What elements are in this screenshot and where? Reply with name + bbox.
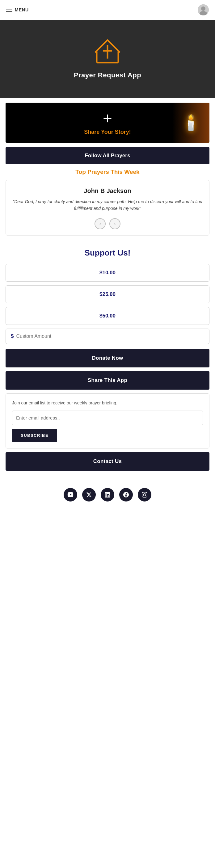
support-title: Support Us! xyxy=(5,248,210,258)
subscribe-button[interactable]: SUBSCRIBE xyxy=(12,429,57,442)
support-section: Support Us! $10.00 $25.00 $50.00 $ Donat… xyxy=(0,242,215,480)
subscribe-description: Join our email list to receive our weekl… xyxy=(12,400,203,406)
amount-25-button[interactable]: $25.00 xyxy=(5,285,210,303)
prayer-card: John B Jackson "Dear God, I pray for cla… xyxy=(5,180,210,236)
prayer-card-name: John B Jackson xyxy=(12,187,203,194)
menu-label: MENU xyxy=(15,7,29,12)
candle-decoration: 🕯️ xyxy=(172,103,210,143)
x-twitter-icon[interactable] xyxy=(82,488,96,501)
linkedin-icon[interactable] xyxy=(101,488,114,501)
youtube-icon[interactable] xyxy=(64,488,77,501)
donate-now-button[interactable]: Donate Now xyxy=(5,349,210,367)
custom-amount-row: $ xyxy=(5,329,210,344)
social-icons-row xyxy=(0,480,215,511)
top-prayers-title: Top Prayers This Week xyxy=(0,168,215,176)
avatar[interactable] xyxy=(198,4,209,16)
prayer-navigation: ‹ › xyxy=(12,218,203,229)
plus-icon: + xyxy=(103,110,112,126)
dollar-sign-icon: $ xyxy=(11,333,14,339)
facebook-icon[interactable] xyxy=(119,488,133,501)
follow-all-prayers-button[interactable]: Follow All Prayers xyxy=(5,147,210,164)
custom-amount-input[interactable] xyxy=(16,334,204,339)
header: MENU xyxy=(0,0,215,20)
subscribe-box: Join our email list to receive our weekl… xyxy=(5,393,210,448)
menu-button[interactable]: MENU xyxy=(6,7,29,12)
prayer-prev-button[interactable]: ‹ xyxy=(95,218,106,229)
amount-10-button[interactable]: $10.00 xyxy=(5,264,210,282)
church-logo-icon xyxy=(92,35,123,66)
share-this-app-button[interactable]: Share This App xyxy=(5,371,210,390)
prayer-next-button[interactable]: › xyxy=(109,218,120,229)
instagram-icon[interactable] xyxy=(138,488,151,501)
email-input[interactable] xyxy=(12,410,203,425)
contact-us-button[interactable]: Contact Us xyxy=(5,452,210,471)
share-banner-content: + Share Your Story! xyxy=(84,110,131,135)
candle-flame-icon: 🕯️ xyxy=(181,114,200,132)
svg-point-1 xyxy=(201,6,206,11)
share-story-label: Share Your Story! xyxy=(84,129,131,135)
top-prayers-section: Top Prayers This Week John B Jackson "De… xyxy=(0,168,215,236)
hamburger-icon xyxy=(6,8,12,12)
share-story-banner[interactable]: 🕯️ + Share Your Story! xyxy=(5,103,210,143)
hero-title: Prayer Request App xyxy=(74,71,141,79)
amount-50-button[interactable]: $50.00 xyxy=(5,307,210,325)
prayer-card-text: "Dear God, I pray for clarity and direct… xyxy=(12,198,203,212)
hero-section: Prayer Request App xyxy=(0,20,215,98)
